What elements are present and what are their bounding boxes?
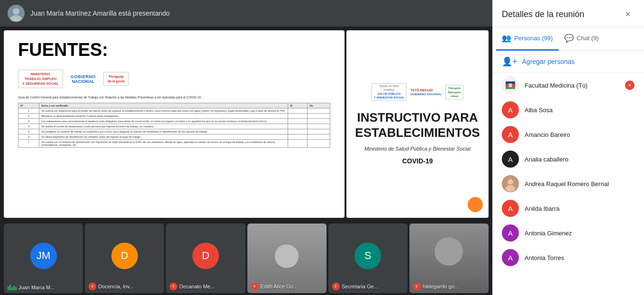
table-cell-4-0: 5	[18, 129, 39, 134]
tabs-row: 👥 Personas (99) 💬 Chat (9)	[492, 27, 644, 51]
close-button[interactable]: ×	[621, 8, 635, 21]
meeting-details-panel: Detalles de la reunión × 👥 Personas (99)…	[492, 0, 644, 295]
table-cell-6-3	[308, 140, 330, 148]
video-person-head	[435, 237, 463, 266]
slide-doc-title: Guía de Control General para Establecimi…	[18, 96, 330, 99]
tab-personas[interactable]: 👥 Personas (99)	[496, 27, 559, 51]
tab-chat[interactable]: 💬 Chat (9)	[559, 27, 605, 51]
table-row: 7Se cuenta con un sistema de desinfecció…	[18, 140, 330, 148]
tile-avatar: D	[192, 242, 219, 269]
table-cell-6-2	[288, 140, 307, 148]
table-cell-1-2	[288, 114, 307, 119]
person-name-label: Amancio Bareiro	[525, 131, 635, 138]
participant-tile: JMJuan María M...	[4, 223, 83, 293]
person-item[interactable]: AAntonia Gimenez	[492, 221, 644, 245]
table-row: 1Se cuenta con estaciones para el lavado…	[18, 108, 330, 114]
add-people-button[interactable]: 👤+ Agregar personas	[492, 51, 644, 73]
presentation-area: FUENTES: MINISTERIO TRABAJO, EMPLEO Y SE…	[0, 27, 492, 222]
chat-icon: 💬	[564, 34, 574, 43]
person-item[interactable]: AAmancio Bareiro	[492, 122, 644, 147]
person-item[interactable]: Facultad Medicina (Tú)✕	[492, 73, 644, 98]
table-cell-0-0: 1	[18, 108, 39, 114]
tab-chat-label: Chat (9)	[577, 35, 599, 42]
slide-right: TESÃI VA TRIOPORÃ'ESALUD PÚBLICAY BIENES…	[346, 30, 489, 218]
participants-strip: JMJuan María M...D🎙Docencia, Inv...D🎙Dec…	[0, 222, 492, 295]
person-item[interactable]: AAnilda Ibarra	[492, 196, 644, 221]
person-name-label: Facultad Medicina (Tú)	[525, 82, 619, 89]
person-avatar: A	[502, 151, 519, 168]
table-cell-6-0: 7	[18, 140, 39, 148]
person-avatar: A	[502, 200, 519, 217]
person-name-label: Alba Sosa	[525, 107, 635, 114]
table-cell-6-1: Se cuenta con un sistema de desinfección…	[39, 140, 288, 148]
person-item[interactable]: AAlba Sosa	[492, 98, 644, 122]
table-cell-5-3	[308, 134, 330, 140]
mic-off-icon: 🎙	[89, 283, 96, 290]
table-row: 2Mantiene un distanciamiento social de 2…	[18, 114, 330, 119]
mic-off-icon: 🎙	[332, 283, 340, 290]
col-items: Items a ser verificado	[39, 103, 288, 108]
slide-title: FUENTES:	[18, 40, 330, 60]
table-cell-2-1: Los trabajadores usan correctamente el t…	[39, 119, 288, 124]
participant-name: Docencia, Inv...	[98, 284, 134, 289]
logo-trabajo: MINISTERIO TRABAJO, EMPLEO Y SEGURIDAD S…	[18, 70, 63, 88]
table-cell-1-3	[308, 114, 330, 119]
mic-off-icon: 🎙	[251, 283, 259, 290]
person-avatar	[502, 77, 519, 94]
table-row: 6Se utiliza dispositivo de desinfección …	[18, 134, 330, 140]
table-row: 5Se establece un sistema de trabajo en c…	[18, 129, 330, 134]
header-bar: Juan María Martínez Amarilla está presen…	[0, 0, 492, 27]
person-name-label: Antonia Torres	[525, 254, 635, 261]
table-cell-5-0: 6	[18, 134, 39, 140]
mic-off-icon: 🎙	[413, 283, 421, 290]
instructivo-subtitle: Ministerio de Salud Pública y Bienestar …	[364, 146, 471, 152]
table-row: 4Se realiza el control de temperatura a …	[18, 124, 330, 129]
slide-left: FUENTES: MINISTERIO TRABAJO, EMPLEO Y SE…	[4, 30, 345, 218]
participant-name: Juan María M...	[18, 285, 54, 290]
table-cell-4-2	[288, 129, 307, 134]
participant-name: Edith Alice Go...	[261, 284, 298, 289]
table-row: 3Los trabajadores usan correctamente el …	[18, 119, 330, 124]
presenter-avatar	[8, 5, 25, 22]
person-avatar: A	[502, 101, 519, 118]
instructivo-logos: TESÃI VA TRIOPORÃ'ESALUD PÚBLICAY BIENES…	[372, 83, 463, 101]
instructivo-title: INSTRUCTIVO PARA ESTABLECIMIENTOS	[355, 110, 480, 140]
tile-avatar: S	[354, 242, 381, 269]
person-item[interactable]: AAnalia caballero	[492, 147, 644, 171]
slide-main: FUENTES: MINISTERIO TRABAJO, EMPLEO Y SE…	[0, 27, 492, 222]
tile-avatar: D	[111, 242, 138, 269]
svg-point-9	[508, 179, 513, 185]
person-avatar: A	[502, 224, 519, 241]
col-num: N°	[18, 103, 39, 108]
tile-label: 🎙Secretaria Ge...	[332, 283, 378, 290]
avatar-image	[8, 5, 25, 22]
inst-logo-salud: TESÃI VA TRIOPORÃ'ESALUD PÚBLICAY BIENES…	[372, 83, 407, 101]
inst-logo-par: ParaguáiÑehugüinmbue	[445, 85, 463, 99]
table-cell-3-2	[288, 124, 307, 129]
svg-point-10	[506, 185, 515, 192]
person-name-label: Analia caballero	[525, 156, 635, 163]
table-cell-5-2	[288, 134, 307, 140]
table-cell-0-2	[288, 108, 307, 114]
person-mic-off-icon: ✕	[625, 80, 635, 90]
tile-label: 🎙Edith Alice Go...	[251, 283, 298, 290]
person-item[interactable]: AAntonia Torres	[492, 245, 644, 270]
tile-label: 🎙Docencia, Inv...	[89, 283, 134, 290]
details-header: Detalles de la reunión ×	[492, 0, 644, 27]
table-cell-4-1: Se establece un sistema de trabajo en cu…	[39, 129, 288, 134]
participant-tile: S🎙Secretaria Ge...	[328, 223, 408, 293]
people-icon: 👥	[502, 34, 511, 43]
participant-tile: 🎙hildegardo go...	[409, 223, 489, 293]
table-cell-3-1: Se realiza el control de temperatura a t…	[39, 124, 288, 129]
tile-label: 🎙hildegardo go...	[413, 283, 459, 290]
table-cell-3-3	[308, 124, 330, 129]
participant-tile: D🎙Decanato Me...	[166, 223, 245, 293]
table-cell-3-0: 4	[18, 124, 39, 129]
person-item[interactable]: Andrea Raquel Romero Bernal	[492, 171, 644, 196]
people-list: Facultad Medicina (Tú)✕AAlba SosaAAmanci…	[492, 73, 644, 295]
table-cell-2-2	[288, 119, 307, 124]
person-avatar	[502, 175, 519, 192]
add-person-icon: 👤+	[502, 56, 517, 67]
tile-label: 🎙Decanato Me...	[170, 283, 215, 290]
table-cell-5-1: Se utiliza dispositivo de desinfección d…	[39, 134, 288, 140]
